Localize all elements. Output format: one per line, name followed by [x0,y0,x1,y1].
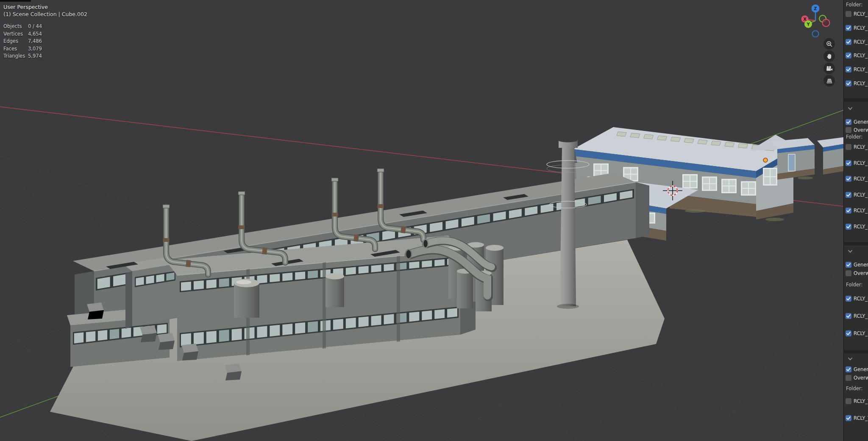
checkbox[interactable] [846,415,851,421]
layer-checkbox-row[interactable]: RCLY_LO [846,53,868,58]
checkbox[interactable] [846,366,851,372]
checkbox[interactable] [846,176,851,182]
chevron-down-icon[interactable] [847,248,853,254]
stat-label: Triangles [3,53,25,60]
layer-checkbox-row[interactable]: RCLY_LO [846,176,868,182]
checkbox-label: Overwri [854,375,868,381]
checkbox[interactable] [846,160,851,166]
generate-checkbox-row[interactable]: Generat [846,119,868,125]
checkbox[interactable] [846,53,851,58]
layer-checkbox-row[interactable]: RCLY_LO [846,296,868,302]
layer-checkbox-row[interactable]: RCLY_LO [846,39,868,45]
checkbox[interactable] [846,119,851,125]
checkbox[interactable] [846,192,851,198]
folder-label: Folder: [846,2,862,8]
checkbox-label: RCLY_LO [854,224,868,230]
scene-statistics: Objects0 / 44 Vertices4,654 Edges7,486 F… [3,23,87,60]
stat-label: Objects [3,23,25,31]
checkbox-label: RCLY_TA [854,415,868,421]
factory-complex[interactable] [50,138,665,441]
folder-label: Folder: [846,386,862,391]
gizmo-y-label: Y [806,22,810,27]
checkbox[interactable] [846,67,851,72]
object-origin-dot[interactable] [763,158,768,162]
chevron-down-icon[interactable] [847,355,853,361]
checkbox[interactable] [846,330,851,336]
checkbox-label: RCLY_LO [854,192,868,198]
properties-panel-strip[interactable]: Folder:RCLY_LORCLY_LORCLY_LORCLY_LORCLY_… [843,0,868,441]
panel-section: GeneratOverwriFolder:RCLY_LORCLY_LORCLY_… [844,245,868,350]
stat-value: 7,486 [28,38,42,45]
layer-checkbox-row[interactable]: RCLY_LO [846,192,868,198]
grid-perspective-icon[interactable] [823,75,835,86]
tower-end-face [125,271,132,329]
checkbox-label: RCLY_LO [854,208,868,214]
stat-value: 4,654 [28,31,42,38]
layer-checkbox-row[interactable]: RCLY_LO [846,224,868,230]
checkbox-label: RCLY_LO [854,39,868,45]
layer-checkbox-row[interactable]: RCLY_LO [846,160,868,166]
folder-label: Folder: [846,282,862,288]
3d-viewport[interactable]: User Perspective (1) Scene Collection | … [0,0,843,441]
overwrite-checkbox-row[interactable]: Overwri [846,375,868,381]
checkbox[interactable] [846,224,851,230]
checkbox[interactable] [846,313,851,319]
hand-icon[interactable] [823,50,835,62]
checkbox[interactable] [846,398,851,404]
checkbox-label: RCLY_LO [854,67,868,72]
checkbox[interactable] [846,262,851,268]
checkbox[interactable] [846,296,851,302]
backrow-right-end [636,182,649,238]
layer-checkbox-row[interactable]: RCLY_LO [846,144,868,150]
overwrite-checkbox-row[interactable]: Overwri [846,127,868,133]
stat-value: 3,079 [28,45,42,53]
shed2-wall [823,148,843,169]
checkbox[interactable] [846,127,851,133]
layer-checkbox-row[interactable]: RCLY_LO [846,80,868,86]
checkbox-label: Generat [854,119,868,125]
blender-window: User Perspective (1) Scene Collection | … [0,0,868,441]
folder-label: Folder: [846,134,862,140]
gizmo-z-label: Z [814,6,817,11]
checkbox[interactable] [846,270,851,276]
checkbox-label: RCLY_TA [854,398,868,404]
layer-checkbox-row[interactable]: RCLY_LO [846,25,868,31]
panel-section: GeneratOverwriFolder:RCLY_LORCLY_LORCLY_… [844,102,868,242]
stat-value: 0 / 44 [28,23,42,31]
corner-bar [0,0,31,2]
layer-checkbox-row[interactable]: RCLY_TA [846,398,868,404]
checkbox[interactable] [846,208,851,214]
layer-checkbox-row[interactable]: RCLY_LO [846,208,868,214]
checkbox[interactable] [846,144,851,150]
checkbox-label: RCLY_LO [854,53,868,58]
checkbox-label: RCLY_LO [854,330,868,336]
navigation-gizmo[interactable]: Z X Y [799,1,835,39]
chevron-down-icon[interactable] [847,105,853,111]
layer-checkbox-row[interactable]: RCLY_LO [846,11,868,17]
gizmo-neg-x-ball[interactable] [823,19,830,27]
checkbox-label: RCLY_LO [854,25,868,31]
gizmo-neg-z-ball[interactable] [812,31,819,37]
camera-view-icon[interactable] [823,63,835,74]
zoom-in-icon[interactable] [823,38,835,50]
checkbox[interactable] [846,375,851,381]
layer-checkbox-row[interactable]: RCLY_LO [846,67,868,72]
context-label: (1) Scene Collection | Cube.002 [3,11,87,18]
layer-checkbox-row[interactable]: RCLY_TA [846,415,868,421]
checkbox[interactable] [846,80,851,86]
checkbox[interactable] [846,25,851,31]
layer-checkbox-row[interactable]: RCLY_LO [846,330,868,336]
checkbox[interactable] [846,11,851,17]
generate-checkbox-row[interactable]: Generat [846,366,868,372]
generate-checkbox-row[interactable]: Generat [846,262,868,268]
checkbox-label: RCLY_LO [854,160,868,166]
stat-value: 5,974 [28,53,42,60]
checkbox-label: Overwri [854,127,868,133]
checkbox[interactable] [846,39,851,45]
checkbox-label: Generat [854,262,868,268]
layer-checkbox-row[interactable]: RCLY_LO [846,313,868,319]
panel-section: Folder:RCLY_LORCLY_LORCLY_LORCLY_LORCLY_… [844,0,868,98]
checkbox-label: RCLY_LO [854,313,868,319]
overwrite-checkbox-row[interactable]: Overwri [846,270,868,276]
panel-section: GeneratOverwriFolder:RCLY_TARCLY_TA [844,353,868,441]
